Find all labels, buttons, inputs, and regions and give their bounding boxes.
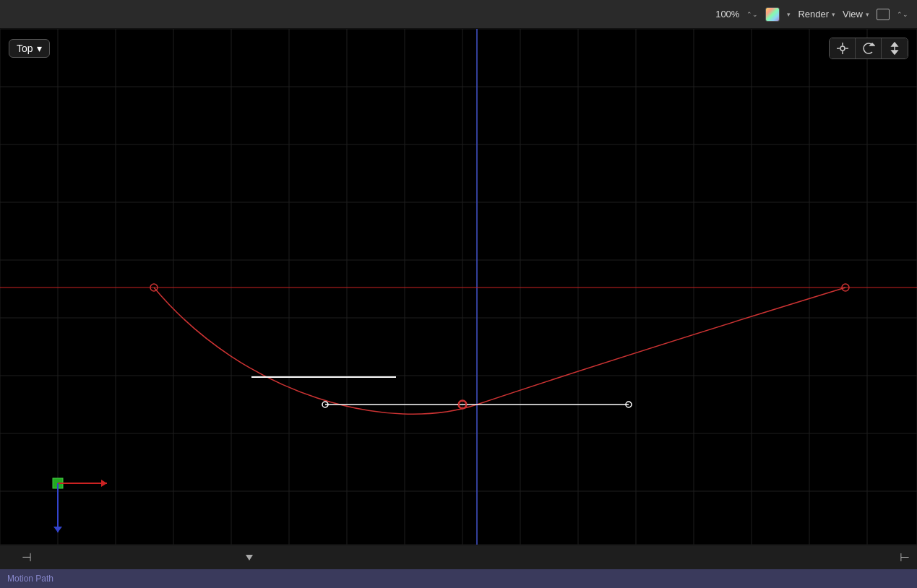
color-dropdown-arrow[interactable]: ▾	[787, 11, 791, 18]
timeline-track: ⊣ ⊢	[0, 545, 917, 569]
viewport-rotate-button[interactable]	[856, 38, 882, 59]
timeline-start-marker: ⊣	[22, 550, 32, 564]
svg-marker-39	[101, 480, 107, 487]
motion-path-label: Motion Path	[7, 574, 53, 584]
svg-point-42	[840, 46, 845, 51]
timeline-label-bar: Motion Path	[0, 569, 917, 588]
zoom-arrow[interactable]: ⌃⌄	[746, 11, 758, 18]
viewport-button-group	[829, 38, 908, 59]
view-label-dropdown[interactable]: Top ▾	[9, 39, 50, 58]
color-picker-swatch[interactable]	[765, 7, 780, 22]
render-menu[interactable]: Render ▾	[798, 9, 835, 20]
svg-marker-50	[892, 51, 897, 54]
view-menu[interactable]: View ▾	[843, 9, 869, 20]
layout-icon[interactable]	[877, 9, 890, 20]
top-toolbar: 100% ⌃⌄ ▾ Render ▾ View ▾ ⌃⌄	[0, 0, 917, 29]
timeline-playhead[interactable]	[246, 555, 253, 561]
layout-arrow[interactable]: ⌃⌄	[897, 11, 908, 18]
svg-marker-41	[53, 527, 62, 532]
svg-marker-49	[892, 43, 897, 46]
viewport-controls	[829, 38, 908, 59]
viewport-snap-button[interactable]	[830, 38, 856, 59]
playhead-triangle	[246, 555, 253, 561]
viewport-canvas	[0, 29, 917, 545]
timeline: ⊣ ⊢ Motion Path	[0, 545, 917, 588]
timeline-end-marker: ⊢	[900, 550, 910, 564]
zoom-level[interactable]: 100%	[715, 9, 739, 20]
viewport: Top ▾	[0, 29, 917, 545]
viewport-flip-button[interactable]	[882, 38, 908, 59]
